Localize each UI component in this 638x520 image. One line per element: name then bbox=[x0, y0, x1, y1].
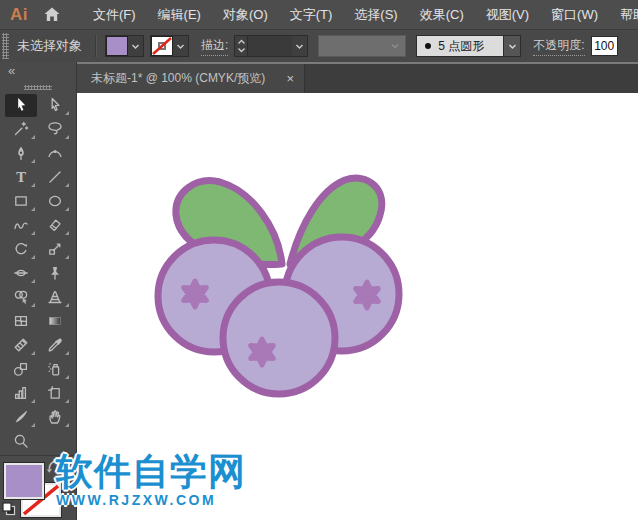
variable-width-dropdown bbox=[318, 35, 406, 57]
rectangle-icon bbox=[13, 193, 29, 209]
perspective-icon bbox=[47, 289, 63, 305]
curvature-tool[interactable] bbox=[39, 142, 71, 165]
eraser-icon bbox=[47, 217, 63, 233]
stroke-color-control[interactable] bbox=[150, 35, 189, 57]
home-button[interactable] bbox=[44, 7, 60, 22]
measure-tool[interactable] bbox=[5, 334, 37, 357]
menu-item-object[interactable]: 对象(O) bbox=[212, 6, 279, 24]
flyout-indicator bbox=[65, 135, 69, 139]
tab-close-button[interactable]: × bbox=[286, 71, 294, 86]
wand-icon bbox=[13, 121, 29, 137]
flyout-indicator bbox=[65, 303, 69, 307]
rectangle-tool[interactable] bbox=[5, 190, 37, 213]
menu-item-help[interactable]: 帮助(H) bbox=[609, 6, 638, 24]
puppet-icon bbox=[47, 265, 63, 281]
document-title: 未标题-1* @ 100% (CMYK/预览) bbox=[91, 70, 265, 87]
flyout-indicator bbox=[65, 423, 69, 427]
eraser-tool[interactable] bbox=[39, 214, 71, 237]
chevron-down-icon bbox=[176, 43, 185, 50]
scale-icon bbox=[47, 241, 63, 257]
menu-items: 文件(F)编辑(E)对象(O)文字(T)选择(S)效果(C)视图(V)窗口(W)… bbox=[82, 6, 638, 24]
line-segment-tool[interactable] bbox=[39, 166, 71, 189]
stroke-weight-label[interactable]: 描边: bbox=[201, 37, 228, 56]
shape-builder-tool[interactable] bbox=[5, 286, 37, 309]
brush-definition-control[interactable]: 5 点圆形 bbox=[416, 35, 521, 57]
selection-status: 未选择对象 bbox=[17, 37, 82, 55]
eyedropper-icon bbox=[47, 337, 63, 353]
fill-color-swatch[interactable] bbox=[106, 36, 128, 56]
stroke-color-dropdown[interactable] bbox=[173, 36, 188, 56]
tool-panel-grip[interactable] bbox=[24, 85, 52, 90]
shaper-tool[interactable] bbox=[5, 214, 37, 237]
puppet-warp-tool[interactable] bbox=[39, 262, 71, 285]
panel-collapse-button[interactable]: « bbox=[0, 62, 76, 78]
brush-definition-value[interactable]: 5 点圆形 bbox=[417, 36, 503, 56]
flyout-indicator bbox=[65, 255, 69, 259]
hand-tool[interactable] bbox=[39, 406, 71, 429]
fill-color-dropdown[interactable] bbox=[128, 36, 143, 56]
illustrator-logo: Ai bbox=[10, 5, 28, 25]
type-tool[interactable]: T bbox=[5, 166, 37, 189]
flyout-indicator bbox=[65, 111, 69, 115]
blend-tool[interactable] bbox=[5, 358, 37, 381]
menu-item-effect[interactable]: 效果(C) bbox=[409, 6, 475, 24]
shapebuilder-icon bbox=[13, 289, 29, 305]
width-tool[interactable] bbox=[5, 262, 37, 285]
ellipse-icon bbox=[47, 193, 63, 209]
zoom-tool[interactable] bbox=[5, 430, 37, 453]
flyout-indicator bbox=[31, 351, 35, 355]
measure-icon bbox=[13, 337, 29, 353]
symbol-sprayer-tool[interactable] bbox=[39, 358, 71, 381]
rotate-tool[interactable] bbox=[5, 238, 37, 261]
options-bar-grip[interactable] bbox=[2, 33, 9, 59]
stroke-weight-stepper[interactable] bbox=[235, 36, 248, 56]
tool-grid: T bbox=[0, 93, 76, 453]
stroke-weight-control[interactable] bbox=[234, 35, 308, 57]
lasso-icon bbox=[47, 121, 63, 137]
brush-style-text: 5 点圆形 bbox=[438, 38, 484, 55]
menu-item-select[interactable]: 选择(S) bbox=[343, 6, 408, 24]
type-icon: T bbox=[13, 169, 29, 185]
column-graph-tool[interactable] bbox=[5, 382, 37, 405]
flyout-indicator bbox=[31, 183, 35, 187]
watermark: 软件自学网 WWW.RJZXW.COM bbox=[56, 453, 246, 507]
watermark-url: WWW.RJZXW.COM bbox=[56, 493, 246, 507]
fill-swatch-panel[interactable] bbox=[4, 463, 44, 499]
gradient-tool[interactable] bbox=[39, 310, 71, 333]
pen-tool[interactable] bbox=[5, 142, 37, 165]
default-fill-stroke-button[interactable] bbox=[2, 502, 16, 520]
sprayer-icon bbox=[47, 361, 63, 377]
mesh-tool[interactable] bbox=[5, 310, 37, 333]
brush-definition-dropdown[interactable] bbox=[503, 36, 520, 56]
flyout-indicator bbox=[31, 399, 35, 403]
menu-item-window[interactable]: 窗口(W) bbox=[540, 6, 609, 24]
document-tab[interactable]: 未标题-1* @ 100% (CMYK/预览) × bbox=[77, 64, 305, 93]
selection-tool[interactable] bbox=[5, 94, 37, 117]
ellipse-tool[interactable] bbox=[39, 190, 71, 213]
opacity-input[interactable]: 100 bbox=[591, 36, 618, 56]
stroke-weight-dropdown[interactable] bbox=[292, 36, 307, 56]
options-divider bbox=[95, 35, 96, 57]
options-bar: 未选择对象 描边: bbox=[0, 30, 638, 62]
menu-item-edit[interactable]: 编辑(E) bbox=[147, 6, 212, 24]
artboard-tool[interactable] bbox=[39, 382, 71, 405]
home-icon bbox=[44, 7, 60, 22]
eyedropper-tool[interactable] bbox=[39, 334, 71, 357]
scale-tool[interactable] bbox=[39, 238, 71, 261]
menu-item-type[interactable]: 文字(T) bbox=[279, 6, 344, 24]
chevron-down-icon bbox=[389, 42, 401, 50]
graph-icon bbox=[13, 385, 29, 401]
stroke-color-swatch[interactable] bbox=[151, 36, 173, 56]
menu-item-file[interactable]: 文件(F) bbox=[82, 6, 147, 24]
fill-color-control[interactable] bbox=[105, 35, 144, 57]
perspective-grid-tool[interactable] bbox=[39, 286, 71, 309]
stroke-weight-value[interactable] bbox=[248, 36, 292, 56]
flyout-indicator bbox=[65, 399, 69, 403]
lasso-tool[interactable] bbox=[39, 118, 71, 141]
magic-wand-tool[interactable] bbox=[5, 118, 37, 141]
menu-item-view[interactable]: 视图(V) bbox=[475, 6, 540, 24]
slice-tool[interactable] bbox=[5, 406, 37, 429]
flyout-indicator bbox=[65, 351, 69, 355]
opacity-label[interactable]: 不透明度: bbox=[533, 37, 584, 56]
direct-selection-tool[interactable] bbox=[39, 94, 71, 117]
